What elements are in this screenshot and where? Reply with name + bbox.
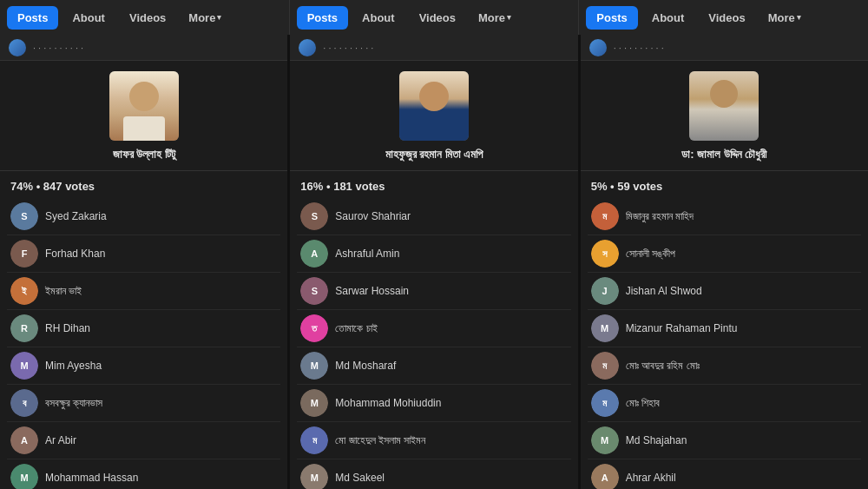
tab-videos-3[interactable]: Videos	[698, 6, 755, 30]
voter-avatar: ম	[300, 426, 328, 454]
list-item: ম মিজানুর রহমান মাহিদ	[588, 198, 861, 235]
voter-avatar: ত	[300, 314, 328, 342]
voter-name: Mohammad Mohiuddin	[335, 397, 441, 409]
tab-about-3[interactable]: About	[641, 6, 695, 30]
nav-more-3[interactable]: More ▾	[760, 6, 810, 30]
voter-name: Ar Abir	[45, 434, 76, 446]
voter-avatar: স	[591, 240, 619, 268]
list-item: M Mohammad Mohiuddin	[297, 385, 570, 422]
voter-name: Md Mosharaf	[335, 360, 396, 372]
voter-list-1: S Syed Zakaria F Forhad Khan ই ইমরান ভাই…	[0, 198, 287, 489]
voter-name: বসবক্ষুর ক্যানভাস	[45, 397, 102, 409]
voter-avatar: M	[10, 352, 38, 380]
voter-avatar: M	[10, 464, 38, 489]
candidate-name-3: ডা: জামাল উদ্দিন চৌধুরী	[681, 148, 766, 162]
nav-section-2: Posts About Videos More ▾	[290, 0, 580, 35]
profile-header-2: মাহফুজুর রহমান মিতা এমপি	[290, 61, 577, 171]
tab-about-2[interactable]: About	[352, 6, 405, 30]
candidate-image-3	[689, 71, 759, 141]
voter-avatar: S	[300, 277, 328, 305]
voter-name: Md Sakeel	[335, 472, 385, 484]
voter-avatar: M	[300, 352, 328, 380]
chevron-down-icon-3: ▾	[797, 13, 801, 22]
vote-separator-1: •	[36, 180, 43, 193]
list-item: S Saurov Shahriar	[297, 198, 570, 235]
strip-avatar-2	[299, 39, 316, 56]
list-item: S Syed Zakaria	[7, 198, 280, 235]
nav-bar: Posts About Videos More ▾ Posts About Vi…	[0, 0, 868, 35]
list-item: M Mim Ayesha	[7, 347, 280, 385]
voter-avatar: M	[300, 464, 328, 489]
top-strip-3: · · · · · · · · · ·	[581, 35, 868, 61]
list-item: ই ইমরান ভাই	[7, 273, 280, 310]
tab-about-1[interactable]: About	[62, 6, 115, 30]
list-item: M Mohammad Hassan	[7, 459, 280, 489]
voter-avatar: ব	[10, 389, 38, 417]
voter-name: মোঃ আবদুর রহিম মোঃ	[626, 360, 700, 372]
voter-name: Ashraful Amin	[335, 248, 399, 260]
voter-avatar: S	[10, 202, 38, 230]
voter-name: মো জাহেদুল ইসলাম সাইমন	[335, 434, 425, 446]
tab-posts-3[interactable]: Posts	[586, 6, 637, 30]
vote-pct-2: 16%	[300, 180, 323, 193]
voter-name: সোনালী সঙ্কীপ	[626, 248, 675, 260]
list-item: ম মোঃ শিহাব	[588, 385, 861, 422]
list-item: ব বসবক্ষুর ক্যানভাস	[7, 385, 280, 422]
vote-info-2: 16% • 181 votes	[290, 171, 577, 198]
list-item: ত তোমাকে চাই	[297, 310, 570, 347]
candidate-photo-1	[109, 71, 179, 141]
vote-info-1: 74% • 847 votes	[0, 171, 287, 198]
profile-header-3: ডা: জামাল উদ্দিন চৌধুরী	[581, 61, 868, 171]
vote-count-2: 181 votes	[333, 180, 385, 193]
columns-container: · · · · · · · · · · জাফর উল্লাহ টিটু 74%…	[0, 35, 868, 489]
tab-posts-2[interactable]: Posts	[297, 6, 348, 30]
voter-name: Sarwar Hossain	[335, 285, 409, 297]
nav-more-1[interactable]: More ▾	[180, 6, 230, 30]
voter-name: মিজানুর রহমান মাহিদ	[626, 210, 694, 222]
candidate-column-1: · · · · · · · · · · জাফর উল্লাহ টিটু 74%…	[0, 35, 290, 489]
vote-count-3: 59 votes	[617, 180, 662, 193]
voter-name: Saurov Shahriar	[335, 210, 411, 222]
voter-avatar: ই	[10, 277, 38, 305]
list-item: ম মোঃ আবদুর রহিম মোঃ	[588, 347, 861, 385]
profile-header-1: জাফর উল্লাহ টিটু	[0, 61, 287, 171]
voter-avatar: ম	[591, 389, 619, 417]
voter-avatar: ম	[591, 352, 619, 380]
nav-more-2[interactable]: More ▾	[470, 6, 520, 30]
candidate-column-3: · · · · · · · · · · ডা: জামাল উদ্দিন চৌধ…	[581, 35, 868, 489]
voter-name: Syed Zakaria	[45, 210, 107, 222]
voter-avatar: A	[10, 426, 38, 454]
voter-avatar: A	[591, 464, 619, 489]
vote-pct-3: 5%	[591, 180, 608, 193]
voter-name: Mim Ayesha	[45, 360, 102, 372]
voter-name: মোঃ শিহাব	[626, 397, 660, 409]
voter-name: Mohammad Hassan	[45, 472, 138, 484]
voter-avatar: ম	[591, 202, 619, 230]
list-item: M Md Mosharaf	[297, 347, 570, 385]
candidate-name-2: মাহফুজুর রহমান মিতা এমপি	[385, 148, 483, 162]
voter-list-3: ম মিজানুর রহমান মাহিদ স সোনালী সঙ্কীপ J …	[581, 198, 868, 489]
voter-name: তোমাকে চাই	[335, 322, 377, 334]
voter-avatar: J	[591, 277, 619, 305]
list-item: M Md Sakeel	[297, 459, 570, 489]
list-item: S Sarwar Hossain	[297, 273, 570, 310]
list-item: F Forhad Khan	[7, 235, 280, 273]
tab-posts-1[interactable]: Posts	[7, 6, 58, 30]
strip-text-2: · · · · · · · · · ·	[323, 43, 373, 53]
voter-avatar: M	[591, 426, 619, 454]
list-item: J Jishan Al Shwod	[588, 273, 861, 310]
list-item: A Ahrar Akhil	[588, 459, 861, 489]
voter-name: ইমরান ভাই	[45, 285, 82, 297]
candidate-image-1	[109, 71, 179, 141]
strip-text-1: · · · · · · · · · ·	[33, 43, 83, 53]
list-item: A Ar Abir	[7, 422, 280, 459]
voter-name: Md Shajahan	[626, 434, 687, 446]
vote-pct-1: 74%	[10, 180, 33, 193]
list-item: স সোনালী সঙ্কীপ	[588, 235, 861, 273]
list-item: ম মো জাহেদুল ইসলাম সাইমন	[297, 422, 570, 459]
tab-videos-2[interactable]: Videos	[409, 6, 466, 30]
voter-avatar: F	[10, 240, 38, 268]
chevron-down-icon-2: ▾	[507, 13, 511, 22]
tab-videos-1[interactable]: Videos	[119, 6, 176, 30]
voter-name: Jishan Al Shwod	[626, 285, 702, 297]
